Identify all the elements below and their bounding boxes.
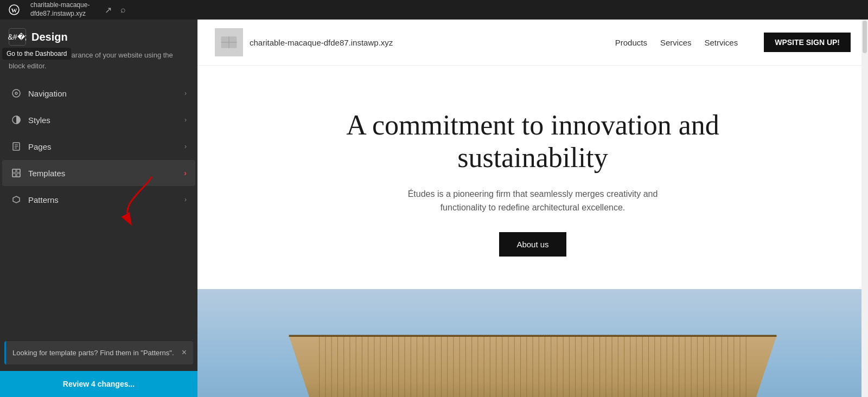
- sidebar-item-navigation[interactable]: Navigation ›: [2, 80, 195, 106]
- hero-cta-button[interactable]: About us: [499, 232, 566, 257]
- search-icon[interactable]: ⌕: [118, 3, 128, 17]
- pages-icon: [11, 141, 22, 152]
- templates-arrow: ›: [184, 169, 187, 177]
- external-link-icon[interactable]: ↗: [103, 3, 114, 17]
- pages-arrow: ›: [184, 143, 187, 150]
- svg-text:W: W: [11, 7, 17, 14]
- navigation-arrow: ›: [184, 89, 187, 97]
- nav-cta-button[interactable]: WPSITE SIGN UP!: [764, 33, 851, 52]
- sidebar-title: Design: [31, 31, 68, 43]
- patterns-label: Patterns: [28, 195, 184, 204]
- styles-label: Styles: [28, 116, 184, 125]
- sidebar-item-patterns[interactable]: Patterns ›: [2, 187, 195, 213]
- pages-label: Pages: [28, 142, 184, 151]
- templates-icon: [11, 168, 22, 178]
- hero-title: A commitment to innovation and sustainab…: [343, 109, 723, 174]
- scrollbar[interactable]: [861, 20, 868, 397]
- templates-label: Templates: [28, 169, 184, 178]
- wp-logo[interactable]: W: [7, 2, 22, 17]
- nav-setrvices[interactable]: Setrvices: [705, 38, 738, 47]
- patterns-icon: [11, 194, 22, 205]
- svg-rect-9: [12, 169, 20, 177]
- building-image-section: [197, 289, 868, 397]
- patterns-arrow: ›: [184, 196, 187, 203]
- hero-description: Études is a pioneering firm that seamles…: [392, 187, 674, 215]
- site-domain: charitable-macaque-dfde87.instawp.xyz: [250, 38, 393, 47]
- top-bar-icons: ↗ ⌕: [103, 3, 128, 17]
- navigation-icon: [11, 88, 22, 99]
- sidebar-item-templates[interactable]: Templates ›: [2, 160, 195, 186]
- sidebar-item-pages[interactable]: Pages ›: [2, 133, 195, 159]
- sidebar-item-styles[interactable]: Styles ›: [2, 107, 195, 133]
- svg-point-2: [12, 89, 20, 97]
- preview-frame: charitable-macaque-dfde87.instawp.xyz Pr…: [197, 20, 868, 397]
- sidebar: &#�; Design Go to the Dashboard Customiz…: [0, 20, 197, 397]
- navigation-label: Navigation: [28, 89, 184, 98]
- svg-rect-12: [12, 174, 16, 177]
- sidebar-header: &#�; Design Go to the Dashboard: [0, 20, 197, 50]
- site-logo: [215, 28, 243, 56]
- scrollbar-thumb[interactable]: [863, 21, 867, 53]
- template-parts-notice: Looking for template parts? Find them in…: [4, 341, 193, 365]
- sidebar-menu: Navigation › Styles ›: [0, 80, 197, 335]
- svg-rect-13: [17, 174, 20, 177]
- review-changes-button[interactable]: Review 4 changes...: [0, 371, 197, 397]
- svg-rect-11: [17, 169, 20, 172]
- svg-point-3: [15, 92, 17, 94]
- top-bar: W charitable-macaque- dfde87.instawp.xyz…: [0, 0, 868, 20]
- preview-area: charitable-macaque-dfde87.instawp.xyz Pr…: [197, 20, 868, 397]
- back-button[interactable]: &#�;: [9, 28, 26, 46]
- nav-services[interactable]: Services: [660, 38, 692, 47]
- nav-products[interactable]: Products: [615, 38, 647, 47]
- main-layout: &#�; Design Go to the Dashboard Customiz…: [0, 20, 868, 397]
- site-header: charitable-macaque-dfde87.instawp.xyz Pr…: [197, 20, 868, 66]
- site-nav: Products Services Setrvices WPSITE SIGN …: [615, 33, 851, 52]
- notice-text: Looking for template parts? Find them in…: [12, 348, 177, 358]
- site-hero: A commitment to innovation and sustainab…: [197, 66, 868, 289]
- styles-arrow: ›: [184, 116, 187, 124]
- site-logo-area: charitable-macaque-dfde87.instawp.xyz: [215, 28, 393, 56]
- back-tooltip: Go to the Dashboard: [2, 48, 71, 60]
- site-name: charitable-macaque- dfde87.instawp.xyz: [30, 1, 90, 18]
- styles-icon: [11, 114, 22, 125]
- svg-rect-10: [12, 169, 16, 172]
- notice-close-button[interactable]: ×: [182, 348, 187, 357]
- building-visual: [197, 289, 868, 397]
